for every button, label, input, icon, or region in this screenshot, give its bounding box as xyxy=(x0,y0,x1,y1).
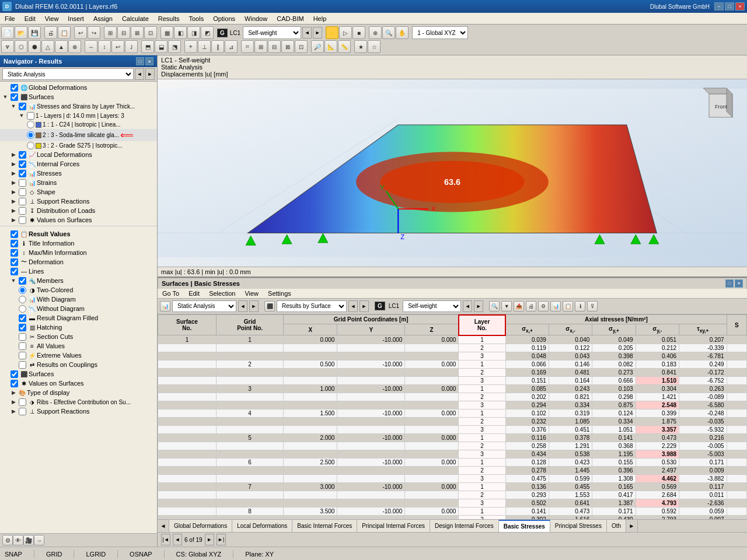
tb2-24[interactable]: 📐 xyxy=(324,40,337,53)
tb2-4[interactable]: △ xyxy=(41,40,54,53)
res-surface-icon[interactable]: ⬛ xyxy=(264,301,275,312)
tab-design-int[interactable]: Design Internal Forces xyxy=(430,520,499,532)
page-next[interactable]: ► xyxy=(205,534,214,545)
view-preset-dropdown[interactable]: 1 - Global XYZ xyxy=(412,26,468,39)
nav-bottom-btn1[interactable]: ⚙ xyxy=(2,535,13,545)
tab-principal-int[interactable]: Principal Internal Forces xyxy=(357,520,430,532)
lc-next[interactable]: ► xyxy=(313,27,322,38)
nav-next-btn[interactable]: ► xyxy=(145,68,155,80)
support2-toggle[interactable]: ▶ xyxy=(9,407,18,415)
radio-sub1[interactable] xyxy=(27,121,34,128)
cb-surfaces[interactable] xyxy=(11,93,18,101)
menu-edit[interactable]: Edit xyxy=(20,14,40,23)
radio-without-diagram[interactable] xyxy=(19,305,26,313)
cb-extreme-values[interactable] xyxy=(19,352,26,359)
cb-stresses[interactable] xyxy=(19,103,26,110)
tab-basic-stress[interactable]: Basic Stresses xyxy=(499,520,550,532)
tb-print2[interactable]: 📋 xyxy=(58,26,71,39)
tb2-13[interactable]: ⬔ xyxy=(168,40,181,53)
tab-other[interactable]: Oth xyxy=(607,520,626,532)
tb2-18[interactable]: ⌗ xyxy=(241,40,254,53)
tb2-3[interactable]: ⬢ xyxy=(28,40,41,53)
page-last[interactable]: ►| xyxy=(217,534,226,545)
tree-values-surfaces[interactable]: ▶ ✱ Values on Surfaces xyxy=(0,215,157,225)
tb2-6[interactable]: ⊗ xyxy=(68,40,81,53)
strains-toggle[interactable]: ▶ xyxy=(9,178,18,187)
shape-toggle[interactable]: ▶ xyxy=(9,188,18,196)
cb-local-def[interactable] xyxy=(19,151,26,159)
cb-result-values[interactable] xyxy=(11,230,18,238)
tb2-19[interactable]: ⊞ xyxy=(254,40,267,53)
tree-stresses-strains[interactable]: ▼ 📊 Stresses and Strains by Layer Thick.… xyxy=(0,102,157,111)
cb-title-info[interactable] xyxy=(11,240,18,247)
cb-result-diagram[interactable] xyxy=(19,314,26,322)
support-toggle[interactable]: ▶ xyxy=(9,197,18,205)
tb2-12[interactable]: ⬓ xyxy=(155,40,167,53)
cb-val-on-surfaces[interactable] xyxy=(11,380,18,387)
tab-basic-int[interactable]: Basic Internal Forces xyxy=(292,520,357,532)
tree-surfaces[interactable]: ▼ ⬛ Surfaces xyxy=(0,92,157,102)
tb-open[interactable]: 📂 xyxy=(15,26,27,39)
tb2-14[interactable]: ⌖ xyxy=(184,40,197,53)
res-info-btn[interactable]: ℹ xyxy=(575,301,585,312)
res-filter-btn[interactable]: ▼ xyxy=(501,301,512,312)
radio-sub3[interactable] xyxy=(27,142,34,149)
tree-result-values[interactable]: 📋 Result Values xyxy=(0,229,157,239)
tree-local-def[interactable]: ▶ 📈 Local Deformations xyxy=(0,150,157,159)
surfaces-close-btn[interactable]: × xyxy=(735,279,743,288)
tb2-16[interactable]: ∥ xyxy=(211,40,224,53)
tb-btn4[interactable]: ⊡ xyxy=(144,26,157,39)
tree-internal-forces[interactable]: ▶ 📉 Internal Forces xyxy=(0,159,157,169)
tb-zoom-fit[interactable]: ⊕ xyxy=(369,26,382,39)
results-table-container[interactable]: SurfaceNo. GridPoint No. Grid Point Coor… xyxy=(158,314,747,519)
cb-strains[interactable] xyxy=(19,179,26,187)
res-results-next[interactable]: ► xyxy=(359,300,369,312)
res-lc-next[interactable]: ► xyxy=(474,300,483,312)
tree-title-info[interactable]: ℹ Title Information xyxy=(0,239,157,248)
members-toggle[interactable]: ▼ xyxy=(9,276,18,285)
cb-dist-loads[interactable] xyxy=(19,207,26,215)
tb-new[interactable]: 📄 xyxy=(1,26,14,39)
tree-lines[interactable]: — Lines xyxy=(0,267,157,276)
tb-pan[interactable]: ✋ xyxy=(396,26,409,39)
tb-undo[interactable]: ↩ xyxy=(74,26,87,39)
menu-calculate[interactable]: Calculate xyxy=(117,14,153,23)
surfaces-toggle[interactable]: ▼ xyxy=(1,93,9,101)
res-prev-btn[interactable]: ◄ xyxy=(238,300,247,312)
cb-lines[interactable] xyxy=(11,268,18,275)
tree-with-diagram[interactable]: 📊 With Diagram xyxy=(0,295,157,304)
tree-hatching[interactable]: ▥ Hatching xyxy=(0,323,157,332)
tb2-5[interactable]: ▲ xyxy=(55,40,68,53)
tree-ribs[interactable]: ▶ ⬗ Ribs - Effective Contribution on Su.… xyxy=(0,397,157,407)
tree-two-colored[interactable]: ◑ Two-Colored xyxy=(0,285,157,295)
tb-btn3[interactable]: ⊠ xyxy=(131,26,144,39)
distloads-toggle[interactable]: ▶ xyxy=(9,206,18,215)
cb-stresses2[interactable] xyxy=(19,170,26,177)
cb-maxmin[interactable] xyxy=(11,249,18,257)
tree-members[interactable]: ▼ 🔩 Members xyxy=(0,276,157,285)
tb2-8[interactable]: ↕ xyxy=(98,40,111,53)
nav-bottom-btn3[interactable]: 🎥 xyxy=(23,535,34,545)
res-tb-icon[interactable]: 📊 xyxy=(160,301,170,312)
tree-without-diagram[interactable]: 📉 Without Diagram xyxy=(0,304,157,313)
tb-stop[interactable]: ■ xyxy=(352,26,365,39)
cb-surfaces2[interactable] xyxy=(11,370,18,378)
cb-deformation[interactable] xyxy=(11,258,18,266)
nav-prev-btn[interactable]: ◄ xyxy=(135,68,144,80)
close-btn[interactable]: × xyxy=(735,2,745,10)
tb-btn8[interactable]: ◩ xyxy=(201,26,214,39)
nav-close-btn[interactable]: × xyxy=(145,57,153,65)
cb-ribs[interactable] xyxy=(19,398,26,406)
res-export-btn[interactable]: 📤 xyxy=(514,301,524,312)
tb-calculate[interactable]: ⚡ xyxy=(326,26,338,39)
tb2-1[interactable]: ⛛ xyxy=(1,40,14,53)
res-next-btn[interactable]: ► xyxy=(249,300,259,312)
tb-run[interactable]: ▷ xyxy=(339,26,352,39)
tb-print[interactable]: 🖨 xyxy=(44,26,57,39)
radio-two-colored[interactable] xyxy=(19,286,26,294)
cb-all-values[interactable] xyxy=(19,342,26,350)
3d-viewport[interactable]: 63.6 X Y xyxy=(158,79,747,267)
tree-values-on-surfaces[interactable]: ✱ Values on Surfaces xyxy=(0,379,157,388)
type-display-toggle[interactable]: ▶ xyxy=(9,388,18,397)
menu-window[interactable]: Window xyxy=(240,14,272,23)
